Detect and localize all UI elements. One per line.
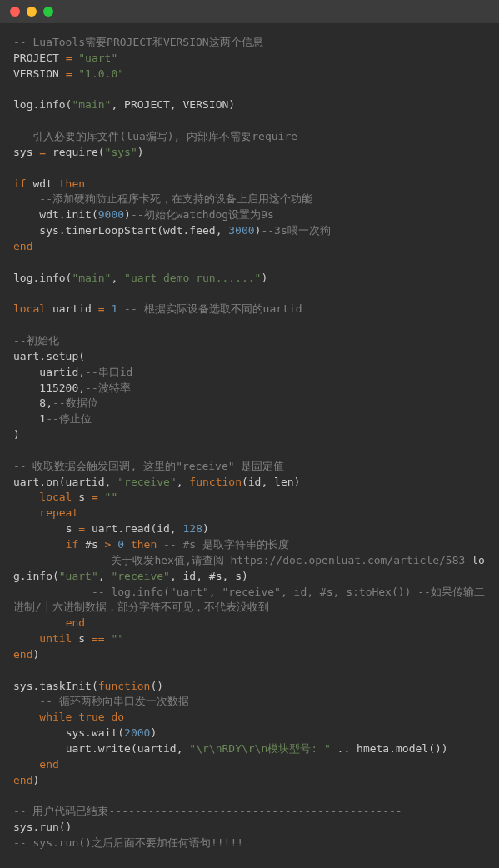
code-text: (): [150, 680, 163, 692]
code-string: "": [98, 491, 117, 503]
code-keyword: end: [13, 648, 32, 661]
code-text: sys.timerLoopStart(wdt.feed,: [13, 224, 228, 237]
code-text: uart.setup(: [13, 350, 85, 362]
code-string: "uart": [59, 570, 98, 582]
code-keyword: while: [13, 711, 72, 723]
code-keyword: function: [189, 476, 242, 488]
code-string: "main": [72, 272, 111, 284]
code-editor: -- LuaTools需要PROJECT和VERSION这两个信息 PROJEC…: [0, 23, 499, 863]
code-text: ): [202, 522, 209, 535]
code-text: wdt: [27, 177, 59, 190]
code-string: "sys": [105, 146, 137, 158]
code-text: ,: [98, 570, 112, 582]
code-keyword: true: [72, 711, 104, 723]
code-text: , PROJECT, VERSION): [111, 98, 235, 111]
code-keyword: repeat: [13, 506, 78, 519]
code-number: 9000: [98, 208, 124, 221]
code-keyword: local: [13, 302, 46, 315]
code-text: (id, len): [242, 476, 300, 488]
code-text: ): [124, 208, 131, 221]
code-text: 115200,: [13, 382, 85, 394]
code-comment: -- 根据实际设备选取不同的uartid: [117, 302, 302, 315]
code-text: ): [261, 272, 267, 284]
code-comment: -- 用户代码已结束------------------------------…: [13, 805, 402, 817]
code-comment: --停止位: [46, 412, 92, 425]
code-text: wdt.init(: [13, 208, 98, 221]
code-operator: =: [78, 522, 85, 535]
code-text: log.info(: [13, 272, 72, 284]
code-number: 0: [111, 538, 124, 551]
code-text: require(: [46, 146, 104, 158]
maximize-icon[interactable]: [43, 7, 53, 17]
code-text: ): [137, 146, 144, 158]
code-text: ): [32, 774, 39, 786]
code-comment: --数据位: [52, 397, 98, 409]
code-text: PROJECT: [13, 52, 66, 64]
code-string: "main": [72, 98, 111, 111]
code-comment: --初始化watchdog设置为9s: [131, 208, 274, 221]
code-keyword: end: [13, 240, 32, 252]
code-keyword: if: [13, 177, 27, 190]
code-comment: -- 收取数据会触发回调, 这里的"receive" 是固定值: [13, 460, 284, 472]
code-text: ): [13, 428, 20, 441]
code-comment: -- sys.run()之后后面不要加任何语句!!!!!: [13, 836, 243, 849]
code-comment: -- LuaTools需要PROJECT和VERSION这两个信息: [13, 36, 263, 48]
code-comment: -- 引入必要的库文件(lua编写), 内部库不需要require: [13, 130, 297, 142]
code-text: ): [32, 648, 39, 661]
code-keyword: end: [13, 758, 59, 771]
code-comment: --串口id: [85, 366, 132, 378]
code-string: "receive": [111, 570, 169, 582]
code-comment: -- 循环两秒向串口发一次数据: [13, 695, 189, 707]
code-comment: -- 关于收发hex值,请查阅 https://doc.openluat.com…: [13, 554, 472, 566]
code-text: sys: [13, 146, 39, 158]
code-keyword: end: [13, 616, 85, 629]
code-text: uartid,: [13, 366, 85, 378]
code-comment: --初始化: [13, 334, 59, 347]
code-string: "": [105, 632, 124, 645]
code-string: "uart": [72, 52, 117, 64]
close-icon[interactable]: [10, 7, 20, 17]
code-text: sys.taskInit(: [13, 680, 98, 692]
code-keyword: if: [13, 538, 78, 551]
code-operator: =: [39, 146, 46, 158]
code-string: "receive": [117, 476, 176, 488]
code-string: "uart demo run......": [124, 272, 261, 284]
code-operator: =: [98, 302, 105, 315]
code-text: uart.read(id,: [85, 522, 182, 535]
code-keyword: end: [13, 774, 32, 786]
code-text: sys.run(): [13, 821, 72, 833]
code-text: uart.on(uartid,: [13, 476, 117, 488]
code-text: s: [13, 522, 78, 535]
code-keyword: then: [59, 177, 85, 190]
code-string: "\r\nRDY\r\n模块型号: ": [189, 742, 330, 755]
code-text: ): [150, 726, 157, 739]
code-operator: =: [92, 491, 98, 503]
code-text: #s: [78, 538, 104, 551]
code-comment: --3s喂一次狗: [261, 224, 330, 237]
code-text: ,: [111, 272, 124, 284]
code-text: sys.wait(: [13, 726, 124, 739]
code-text: 8,: [13, 397, 52, 409]
code-keyword: local: [13, 491, 72, 503]
code-text: , id, #s, s): [170, 570, 248, 582]
code-keyword: until: [13, 632, 72, 645]
code-text: 1: [13, 412, 46, 425]
code-keyword: then: [124, 538, 157, 551]
code-keyword: function: [98, 680, 151, 692]
code-text: VERSION: [13, 67, 66, 80]
code-comment: -- log.info("uart", "receive", id, #s, s…: [13, 586, 485, 614]
window-titlebar: [0, 0, 499, 23]
minimize-icon[interactable]: [27, 7, 37, 17]
code-number: 128: [183, 522, 202, 535]
code-text: log.info(: [13, 98, 72, 111]
code-number: 1: [105, 302, 118, 315]
code-text: uart.write(uartid,: [13, 742, 189, 755]
code-operator: ==: [92, 632, 105, 645]
code-text: uartid: [46, 302, 98, 315]
code-keyword: do: [105, 711, 124, 723]
code-comment: --添加硬狗防止程序卡死，在支持的设备上启用这个功能: [13, 192, 312, 205]
code-text: s: [72, 632, 91, 645]
code-string: "1.0.0": [72, 67, 124, 80]
code-comment: -- #s 是取字符串的长度: [157, 538, 289, 551]
code-comment: --波特率: [85, 382, 131, 394]
